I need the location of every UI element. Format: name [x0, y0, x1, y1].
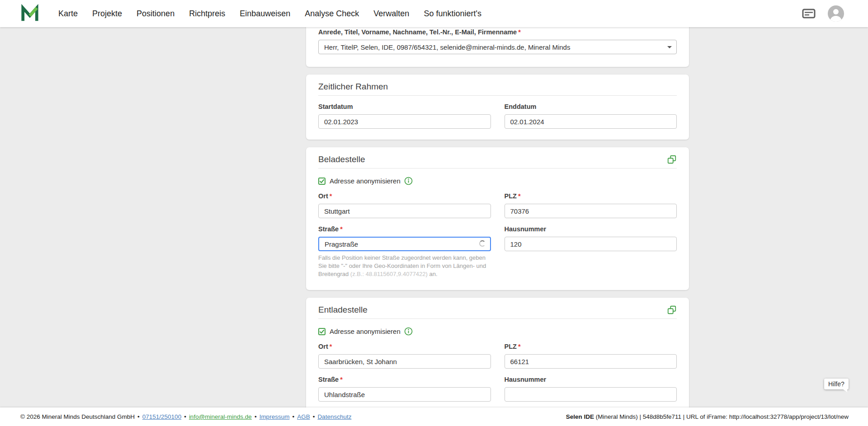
contact-select[interactable]: Herr, TitelP, Selen, IDE, 0987/654321, s…: [318, 40, 677, 54]
logo-icon: [20, 4, 39, 23]
anonymize-label[interactable]: Adresse anonymisieren: [330, 177, 401, 185]
phone-link[interactable]: 07151/250100: [142, 413, 181, 420]
form-column: Anrede, Titel, Vorname, Nachname, Tel.-N…: [306, 9, 689, 421]
agb-link[interactable]: AGB: [297, 413, 310, 420]
separator: •: [184, 413, 186, 420]
belade-plz-label: PLZ*: [505, 192, 677, 201]
info-icon[interactable]: [404, 177, 413, 185]
startdatum-label: Startdatum: [318, 103, 491, 111]
anonymize-checkbox[interactable]: [318, 328, 326, 335]
belade-ort-label: Ort*: [318, 192, 491, 201]
copy-icon[interactable]: [667, 154, 677, 164]
entlade-ort-input[interactable]: [318, 354, 491, 369]
required-mark: *: [330, 192, 332, 200]
strasse-label-text: Straße: [318, 225, 339, 233]
belade-hausnummer-label: Hausnummer: [505, 225, 677, 234]
nav-item-projekte[interactable]: Projekte: [85, 9, 129, 19]
entlade-plz-field: PLZ*: [505, 343, 677, 369]
entlade-strasse-input[interactable]: [318, 387, 491, 402]
required-mark: *: [330, 343, 332, 350]
anonymize-label[interactable]: Adresse anonymisieren: [330, 328, 401, 335]
chevron-down-icon: [667, 46, 672, 48]
entlade-ort-field: Ort*: [318, 343, 491, 369]
help-button[interactable]: Hilfe?: [824, 379, 849, 389]
timeframe-title: Zeitlicher Rahmen: [318, 82, 388, 92]
copy-icon[interactable]: [667, 305, 677, 315]
beladestelle-title: Beladestelle: [318, 154, 365, 164]
footer: © 2026 Mineral Minds Deutschland GmbH•07…: [0, 407, 868, 426]
belade-plz-field: PLZ*: [505, 192, 677, 218]
nav-item-verwalten[interactable]: Verwalten: [366, 9, 416, 19]
separator: •: [137, 413, 140, 420]
required-mark: *: [518, 28, 521, 36]
belade-hausnummer-input[interactable]: [505, 237, 677, 251]
entlade-strasse-field: Straße*: [318, 376, 491, 402]
entladestelle-card: Entladestelle Adresse anonymisieren: [306, 298, 689, 413]
impressum-link[interactable]: Impressum: [259, 413, 290, 420]
helper-example-text: (z.B.: 48.8115607,9.4077422): [350, 271, 428, 277]
enddatum-field: Enddatum: [505, 103, 677, 129]
belade-ort-field: Ort*: [318, 192, 491, 218]
nav-menu: Karte Projekte Positionen Richtpreis Ein…: [51, 9, 489, 19]
mineral-minds-logo[interactable]: [20, 4, 39, 23]
check-icon: [319, 329, 325, 334]
datenschutz-link[interactable]: Datenschutz: [317, 413, 351, 420]
divider: [318, 318, 677, 319]
contact-label: Anrede, Titel, Vorname, Nachname, Tel.-N…: [318, 28, 677, 37]
belade-hausnummer-field: Hausnummer: [505, 225, 677, 251]
entlade-hausnummer-field: Hausnummer: [505, 376, 677, 402]
nav-item-einbauweisen[interactable]: Einbauweisen: [232, 9, 297, 19]
hausnummer-label-text: Hausnummer: [505, 225, 547, 233]
required-mark: *: [518, 343, 521, 350]
required-mark: *: [340, 225, 343, 233]
entladestelle-title: Entladestelle: [318, 305, 368, 315]
plz-label-text: PLZ: [505, 192, 517, 200]
required-mark: *: [340, 376, 343, 383]
belade-ort-input[interactable]: [318, 204, 491, 218]
ort-label-text: Ort: [318, 192, 328, 200]
enddatum-input[interactable]: [505, 114, 677, 129]
session-user: Selen IDE: [566, 413, 594, 420]
entlade-ort-label: Ort*: [318, 343, 491, 351]
nav-item-karte[interactable]: Karte: [51, 9, 85, 19]
belade-strasse-field: Straße* Falls die Position keiner Straße…: [318, 225, 491, 278]
entlade-hausnummer-label: Hausnummer: [505, 376, 677, 384]
contact-select-value: Herr, TitelP, Selen, IDE, 0987/654321, s…: [324, 43, 570, 51]
separator: •: [313, 413, 315, 420]
divider: [318, 168, 677, 169]
enddatum-label-text: Enddatum: [505, 103, 537, 110]
anonymize-checkbox[interactable]: [318, 178, 326, 185]
required-mark: *: [518, 192, 521, 200]
session-info: Selen IDE (Mineral Minds) | 548d8b5fe711…: [566, 413, 849, 420]
nav-item-positionen[interactable]: Positionen: [129, 9, 182, 19]
belade-strasse-label: Straße*: [318, 225, 491, 234]
startdatum-input[interactable]: [318, 114, 491, 129]
plz-label-text: PLZ: [505, 343, 517, 350]
nav-item-richtpreis[interactable]: Richtpreis: [182, 9, 232, 19]
enddatum-label: Enddatum: [505, 103, 677, 111]
nav-item-analyse-check[interactable]: Analyse Check: [297, 9, 366, 19]
session-details: (Mineral Minds) | 548d8b5fe711 | URL of …: [594, 413, 849, 420]
info-icon[interactable]: [404, 327, 413, 336]
divider: [318, 95, 677, 96]
ort-label-text: Ort: [318, 343, 328, 350]
beladestelle-card: Beladestelle Adresse anonymisieren: [306, 147, 689, 290]
hausnummer-label-text: Hausnummer: [505, 376, 547, 383]
navbar-right: [802, 5, 844, 22]
entlade-plz-input[interactable]: [505, 354, 677, 369]
strasse-helper-text: Falls die Position keiner Straße zugeord…: [318, 254, 491, 278]
terminal-icon[interactable]: [802, 9, 816, 19]
belade-plz-input[interactable]: [505, 204, 677, 218]
strasse-label-text: Straße: [318, 376, 339, 383]
timeframe-card: Zeitlicher Rahmen Startdatum Enddatum: [306, 75, 689, 140]
nav-item-so-funktionierts[interactable]: So funktioniert's: [416, 9, 489, 19]
entlade-strasse-label: Straße*: [318, 376, 491, 384]
footer-info: © 2026 Mineral Minds Deutschland GmbH•07…: [20, 413, 351, 420]
separator: •: [292, 413, 294, 420]
loading-spinner-icon: [479, 240, 486, 247]
belade-strasse-input[interactable]: [318, 237, 491, 251]
entlade-plz-label: PLZ*: [505, 343, 677, 351]
entlade-hausnummer-input[interactable]: [505, 387, 677, 402]
user-avatar[interactable]: [828, 5, 844, 22]
email-link[interactable]: info@mineral-minds.de: [189, 413, 252, 420]
